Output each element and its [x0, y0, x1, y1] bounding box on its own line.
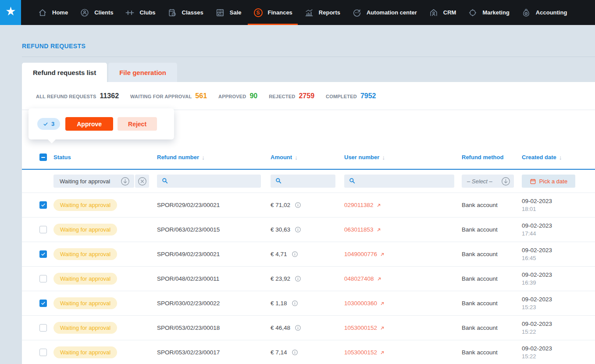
nav-item-sale[interactable]: Sale [209, 0, 247, 25]
created-date-cell: 09-02-2023 17:44 [522, 222, 595, 237]
external-link-icon [380, 301, 385, 306]
table-row: Waiting for approval SPOR/063/02/23/0001… [22, 217, 595, 242]
reject-button[interactable]: Reject [118, 117, 157, 131]
column-header-user-number[interactable]: User number↓ [344, 154, 462, 161]
refund-method-select[interactable]: – Select – [462, 175, 514, 188]
column-header-amount[interactable]: Amount↓ [271, 154, 344, 161]
refund-method-cell: Bank account [462, 349, 522, 356]
info-icon[interactable] [295, 325, 301, 331]
amount-cell: € 23,92 [271, 275, 290, 282]
created-date-cell: 09-02-2023 16:45 [522, 247, 595, 261]
refund-method-cell: Bank account [462, 251, 522, 257]
row-checkbox[interactable] [39, 324, 47, 332]
nav-item-clients[interactable]: Clients [74, 0, 119, 25]
selection-popup: 3 Approve Reject [29, 108, 174, 139]
pick-a-date-button[interactable]: Pick a date [522, 175, 575, 188]
row-checkbox[interactable] [39, 250, 47, 258]
info-icon[interactable] [295, 275, 301, 282]
row-checkbox[interactable] [39, 226, 47, 233]
status-badge: Waiting for approval [53, 273, 117, 285]
nav-item-finances[interactable]: S Finances [247, 0, 298, 25]
info-icon[interactable] [295, 202, 301, 208]
stat-waiting-for-approval: WAITING FOR APPROVAL 561 [130, 92, 207, 100]
nav-item-automation-center[interactable]: Automation center [346, 0, 423, 25]
row-checkbox[interactable] [39, 349, 47, 356]
user-number-search-input[interactable] [344, 175, 454, 188]
refund-number-cell: SPOR/063/02/23/00015 [157, 226, 271, 233]
external-link-icon [380, 325, 385, 331]
column-header-status[interactable]: Status [53, 154, 157, 161]
sale-icon [215, 7, 225, 18]
approve-button[interactable]: Approve [65, 117, 113, 131]
column-header-refund-number[interactable]: Refund number↓ [157, 154, 271, 161]
nav-item-marketing[interactable]: Marketing [462, 0, 515, 25]
refund-method-cell: Bank account [462, 300, 522, 307]
content-panel: ALL REFUND REQUESTS 11362 WAITING FOR AP… [22, 82, 595, 364]
user-number-link[interactable]: 029011382 [344, 202, 462, 208]
user-number-link[interactable]: 048027408 [344, 275, 462, 282]
nav-item-accounting[interactable]: Accounting [515, 0, 573, 25]
stats-bar: ALL REFUND REQUESTS 11362 WAITING FOR AP… [22, 82, 595, 110]
column-header-created-date[interactable]: Created date↓ [522, 154, 595, 161]
crm-icon [428, 7, 439, 18]
refund-number-cell: SPOR/029/02/23/00021 [157, 202, 271, 208]
tab-bar: Refund requests list File generation [22, 63, 595, 82]
sort-down-icon[interactable]: ↓ [202, 154, 205, 161]
selected-count: 3 [51, 121, 54, 127]
refund-number-cell: SPOR/053/02/23/00017 [157, 349, 271, 356]
tab-file-generation[interactable]: File generation [108, 63, 177, 82]
stat-rejected: REJECTED 2759 [269, 92, 314, 100]
table-body: Waiting for approval SPOR/029/02/23/0002… [22, 193, 595, 364]
status-filter-clear-button[interactable] [135, 175, 149, 188]
nav-item-home[interactable]: Home [32, 0, 74, 25]
info-icon[interactable] [292, 349, 298, 356]
user-number-link[interactable]: 1053000152 [344, 349, 462, 356]
finances-icon: S [253, 7, 264, 18]
refund-method-cell: Bank account [462, 275, 522, 282]
sort-down-icon[interactable]: ↓ [559, 154, 562, 161]
amount-search-input[interactable] [271, 175, 335, 188]
status-filter-dropdown[interactable]: Waiting for approval [53, 175, 134, 188]
status-badge: Waiting for approval [53, 346, 117, 358]
refund-method-cell: Bank account [462, 226, 522, 233]
automation-icon [352, 7, 362, 18]
search-icon [349, 177, 356, 186]
nav-item-reports[interactable]: Reports [298, 0, 346, 25]
refund-number-cell: SPOR/030/02/23/00022 [157, 300, 271, 307]
row-checkbox[interactable] [39, 300, 47, 307]
user-number-link[interactable]: 1053000152 [344, 325, 462, 331]
sort-down-icon[interactable]: ↓ [382, 154, 385, 161]
amount-cell: € 71,02 [271, 202, 290, 208]
external-link-icon [380, 252, 385, 257]
check-icon [41, 252, 46, 257]
info-icon[interactable] [292, 300, 298, 307]
nav-item-clubs[interactable]: Clubs [119, 0, 161, 25]
star-logo-icon [5, 6, 17, 19]
app-logo[interactable] [0, 0, 21, 25]
dropdown-circle-arrow-icon[interactable] [121, 177, 130, 186]
select-all-checkbox[interactable] [39, 153, 47, 161]
nav-item-classes[interactable]: Classes [161, 0, 209, 25]
refund-method-cell: Bank account [462, 325, 522, 331]
external-link-icon [376, 203, 381, 208]
sort-down-icon[interactable]: ↓ [295, 154, 298, 161]
refund-number-search-input[interactable] [157, 175, 261, 188]
user-number-link[interactable]: 1049000776 [344, 251, 462, 257]
tab-refund-requests-list[interactable]: Refund requests list [22, 63, 107, 82]
nav-item-crm[interactable]: CRM [423, 0, 462, 25]
refund-method-cell: Bank account [462, 202, 522, 208]
info-icon[interactable] [295, 226, 301, 233]
table-row: Waiting for approval SPOR/053/02/23/0001… [22, 315, 595, 340]
user-number-link[interactable]: 1030000360 [344, 300, 462, 307]
selected-count-pill[interactable]: 3 [37, 118, 60, 130]
refund-number-cell: SPOR/048/02/23/00011 [157, 275, 271, 282]
classes-icon [167, 7, 178, 18]
accounting-icon [521, 7, 531, 18]
user-number-link[interactable]: 063011853 [344, 226, 462, 233]
clubs-icon [125, 7, 135, 18]
row-checkbox[interactable] [39, 201, 47, 209]
info-icon[interactable] [292, 251, 298, 257]
row-checkbox[interactable] [39, 275, 47, 282]
status-badge: Waiting for approval [53, 322, 117, 334]
column-header-refund-method[interactable]: Refund method [462, 154, 522, 161]
